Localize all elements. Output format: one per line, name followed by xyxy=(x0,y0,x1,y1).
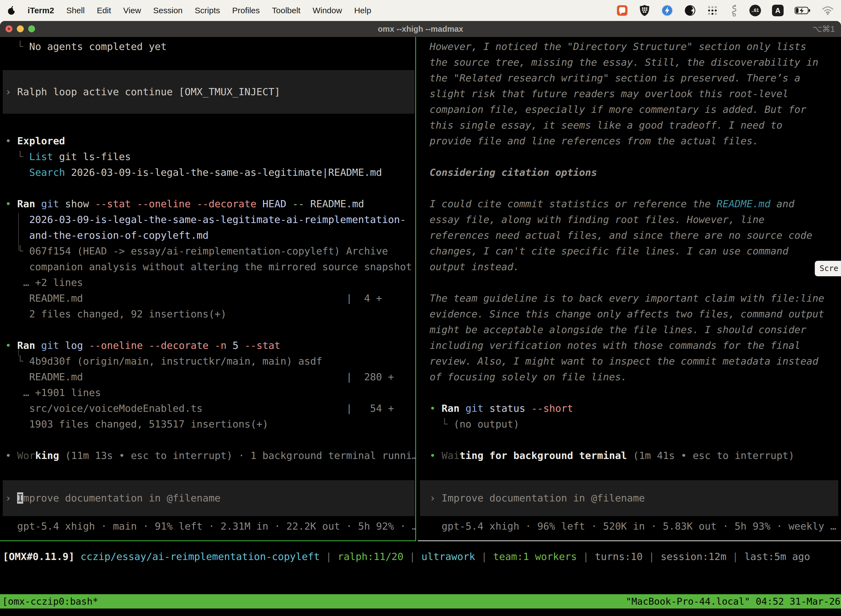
apple-logo-icon xyxy=(7,6,15,15)
terminal-line: might be acceptable alongside the file l… xyxy=(429,322,841,337)
dots-grid-icon[interactable] xyxy=(707,5,718,16)
terminal-line: └ No agents completed yet xyxy=(5,39,415,54)
terminal-line: 2026-03-09-is-legal-the-same-as-legitima… xyxy=(5,212,415,227)
shield-grid-icon[interactable] xyxy=(639,4,650,16)
ralph-loop-banner[interactable]: › Ralph loop active continue [OMX_TMUX_I… xyxy=(3,70,415,114)
terminal-line: companion file, especially if more comme… xyxy=(429,101,841,117)
terminal-line xyxy=(5,180,415,196)
terminal-line: the "Related research writing" section i… xyxy=(429,70,841,86)
terminal-line: changes, I can't cite specific file line… xyxy=(429,243,841,259)
terminal-line: └ 067f154 (HEAD -> essay/ai-reimplementa… xyxy=(5,243,415,259)
menu-bar-status-icons: ..61 A xyxy=(617,4,834,16)
terminal-line: references need actual files, and since … xyxy=(429,227,841,243)
menu-item-view[interactable]: View xyxy=(123,6,141,15)
wifi-icon[interactable] xyxy=(822,6,834,15)
menu-app-name[interactable]: iTerm2 xyxy=(28,6,54,15)
terminal-line: However, I noticed the "Directory Struct… xyxy=(429,39,841,54)
terminal-line xyxy=(429,385,841,400)
terminal-line: review. Also, I might want to inspect th… xyxy=(429,353,841,369)
terminal-line xyxy=(429,149,841,164)
terminal-line: and-the-erosion-of-copyleft.md xyxy=(5,227,415,243)
terminal-line: └ (no output) xyxy=(429,416,841,432)
tree-connector xyxy=(18,213,19,251)
menu-item-window[interactable]: Window xyxy=(313,6,342,15)
tmux-host-clock: "MacBook-Pro-44.local" 04:52 31-Mar-26 xyxy=(626,594,841,609)
terminal-line: provide file and line references from th… xyxy=(429,133,841,149)
pane-divider-vertical[interactable] xyxy=(415,37,416,541)
window-shortcut-hint: ⌥⌘1 xyxy=(813,21,835,37)
menu-item-shell[interactable]: Shell xyxy=(66,6,85,15)
terminal-line xyxy=(5,54,415,70)
pie-icon[interactable] xyxy=(684,5,696,16)
terminal-line xyxy=(5,432,415,448)
chat-icon[interactable] xyxy=(617,5,628,16)
terminal-line: … +2 lines xyxy=(5,274,415,290)
left-prompt-text: › Improve documentation in @filename xyxy=(3,490,415,506)
terminal-line: including verification notes with those … xyxy=(429,337,841,353)
lightning-badge-icon[interactable] xyxy=(661,4,673,16)
terminal-line: src/voice/voiceModeEnabled.ts | 54 + xyxy=(5,400,415,416)
pane-border-bottom-left xyxy=(0,540,415,541)
terminal-line: Search 2026-03-09-is-legal-the-same-as-l… xyxy=(5,164,415,180)
terminal-line: • Ran git show --stat --oneline --decora… xyxy=(5,196,415,212)
terminal-line: • Ran git log --oneline --decorate -n 5 … xyxy=(5,337,415,353)
terminal-line xyxy=(429,432,841,448)
terminal-line xyxy=(429,180,841,196)
squiggle-icon[interactable] xyxy=(729,4,738,16)
tree-connector xyxy=(18,349,19,356)
terminal-line: the source tree, missing the essay. Stil… xyxy=(429,54,841,70)
terminal-line: companion analysis without altering the … xyxy=(5,259,415,274)
screen-chip-overlay[interactable]: Scre xyxy=(815,261,841,276)
left-prompt-input[interactable]: › Improve documentation in @filename xyxy=(3,480,415,516)
menu-item-help[interactable]: Help xyxy=(354,6,371,15)
count-badge-icon[interactable]: ..61 xyxy=(749,5,761,16)
right-prompt-input[interactable]: › Improve documentation in @filename xyxy=(420,480,838,516)
menu-item-toolbelt[interactable]: Toolbelt xyxy=(272,6,300,15)
window-title: omx --xhigh --madmax xyxy=(0,21,841,37)
iterm-window: omx --xhigh --madmax ⌥⌘1 └ No agents com… xyxy=(0,21,841,616)
right-model-status-line: gpt-5.4 xhigh · 96% left · 520K in · 5.8… xyxy=(429,518,841,534)
terminal-line xyxy=(5,322,415,337)
terminal-line xyxy=(5,117,415,133)
letter-a-badge-icon[interactable]: A xyxy=(772,5,784,16)
terminal-line: • Explored xyxy=(5,133,415,149)
menu-item-scripts[interactable]: Scripts xyxy=(195,6,220,15)
terminal-line: evidence. Since this change only affects… xyxy=(429,306,841,322)
terminal-line: README.md | 4 + xyxy=(5,290,415,306)
omx-status-line: [OMX#0.11.9] cczip/essay/ai-reimplementa… xyxy=(3,549,841,565)
right-prompt-text: › Improve documentation in @filename xyxy=(420,490,838,506)
terminal-line xyxy=(429,274,841,290)
terminal-line: README.md | 280 + xyxy=(5,369,415,385)
terminal-line: essay file, along with finding root file… xyxy=(429,212,841,227)
terminal-line: └ 4b9d30f (origin/main, instructkr/main,… xyxy=(5,353,415,369)
apple-menu-icon[interactable] xyxy=(7,6,15,15)
battery-icon[interactable] xyxy=(795,6,811,15)
right-pane-output: However, I noticed the "Directory Struct… xyxy=(429,39,841,463)
terminal-line: 2 files changed, 92 insertions(+) xyxy=(5,306,415,322)
terminal-line: • Ran git status --short xyxy=(429,400,841,416)
terminal-line: I could cite commit statistics or refere… xyxy=(429,196,841,212)
terminal-line: Considering citation options xyxy=(429,164,841,180)
menu-item-edit[interactable]: Edit xyxy=(97,6,111,15)
terminal-line: 1903 files changed, 513517 insertions(+) xyxy=(5,416,415,432)
menu-bar: iTerm2 ShellEditViewSessionScriptsProfil… xyxy=(0,0,841,21)
terminal-line: this single essay, it seems like a good … xyxy=(429,117,841,133)
tmux-status-bar: [omx-cczip0:bash* "MacBook-Pro-44.local"… xyxy=(0,594,841,609)
terminal-line: output instead. xyxy=(429,259,841,274)
terminal-line: • Waiting for background terminal (1m 41… xyxy=(429,448,841,463)
tmux-session-name: [omx-cczip0:bash* xyxy=(2,594,98,609)
terminal-line: of focusing solely on file lines. xyxy=(429,369,841,385)
terminal-content: └ No agents completed yet• Explored └ Li… xyxy=(0,37,841,616)
terminal-line: … +1901 lines xyxy=(5,385,415,400)
terminal-line: • Working (11m 13s • esc to interrupt) ·… xyxy=(5,448,415,463)
terminal-line: slight risk that future readers may over… xyxy=(429,86,841,101)
terminal-line: └ List git ls-files xyxy=(5,149,415,164)
ralph-loop-text: › Ralph loop active continue [OMX_TMUX_I… xyxy=(3,84,415,100)
left-model-status-line: gpt-5.4 xhigh · main · 91% left · 2.31M … xyxy=(5,518,415,534)
pane-border-bottom-right xyxy=(418,540,841,541)
menu-items: ShellEditViewSessionScriptsProfilesToolb… xyxy=(66,6,371,15)
terminal-line: The team guideline is to back every impo… xyxy=(429,290,841,306)
menu-item-session[interactable]: Session xyxy=(153,6,183,15)
window-titlebar[interactable]: omx --xhigh --madmax ⌥⌘1 xyxy=(0,21,841,37)
menu-item-profiles[interactable]: Profiles xyxy=(232,6,259,15)
